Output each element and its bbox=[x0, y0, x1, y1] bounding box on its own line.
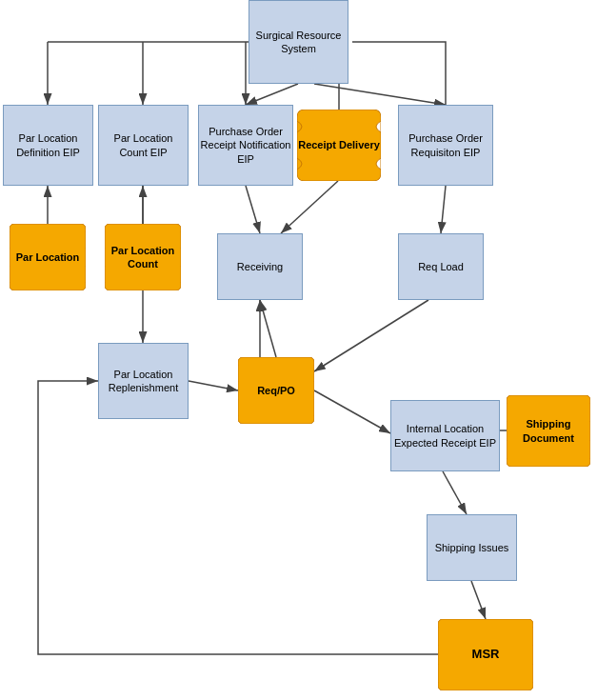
diagram-container: Surgical Resource System Par Location De… bbox=[0, 0, 597, 700]
req-po-node: Req/PO bbox=[238, 357, 314, 424]
svg-line-10 bbox=[260, 300, 276, 357]
svg-line-15 bbox=[471, 581, 486, 619]
par-location-def-eip-node: Par Location Definition EIP bbox=[3, 105, 93, 186]
req-load-node: Req Load bbox=[398, 233, 484, 300]
receipt-delivery-node: Receipt Delivery bbox=[297, 110, 381, 181]
svg-line-11 bbox=[189, 381, 238, 390]
surgical-resource-system-node: Surgical Resource System bbox=[249, 0, 348, 84]
svg-line-9 bbox=[314, 300, 428, 371]
svg-line-2 bbox=[314, 84, 446, 105]
po-receipt-notification-node: Purchase Order Receipt Notification EIP bbox=[198, 105, 293, 186]
svg-line-1 bbox=[246, 84, 298, 105]
par-location-node: Par Location bbox=[10, 224, 86, 290]
svg-line-7 bbox=[281, 181, 338, 233]
svg-line-14 bbox=[443, 471, 467, 514]
svg-line-8 bbox=[441, 186, 446, 233]
po-requisition-eip-node: Purchase Order Requisiton EIP bbox=[398, 105, 493, 186]
par-location-replenishment-node: Par Location Replenishment bbox=[98, 343, 189, 419]
msr-node: MSR bbox=[438, 619, 533, 690]
svg-line-12 bbox=[314, 390, 390, 433]
internal-location-eip-node: Internal Location Expected Receipt EIP bbox=[390, 400, 500, 471]
par-location-count-node: Par Location Count bbox=[105, 224, 181, 290]
receiving-node: Receiving bbox=[217, 233, 303, 300]
par-location-count-eip-node: Par Location Count EIP bbox=[98, 105, 189, 186]
shipping-document-node: Shipping Document bbox=[507, 395, 590, 467]
svg-line-6 bbox=[246, 186, 260, 233]
shipping-issues-node: Shipping Issues bbox=[427, 514, 517, 581]
